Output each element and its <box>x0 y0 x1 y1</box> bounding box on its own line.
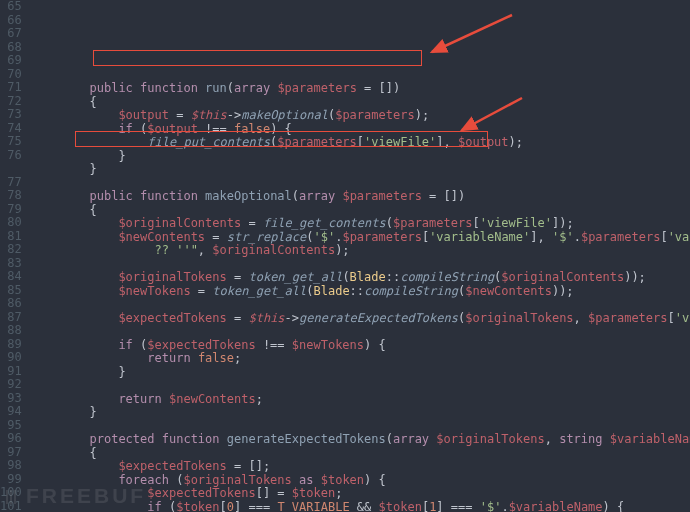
code-line: public function makeOptional(array $para… <box>32 190 690 204</box>
code-line: public function run(array $parameters = … <box>32 82 690 96</box>
line-number: 69 <box>0 54 22 68</box>
code-line <box>32 379 690 393</box>
code-line: { <box>32 96 690 110</box>
line-number: 80 <box>0 216 22 230</box>
line-number: 81 <box>0 230 22 244</box>
code-area[interactable]: public function run(array $parameters = … <box>32 0 690 512</box>
line-number: 77 <box>0 176 22 190</box>
code-line <box>32 298 690 312</box>
highlight-box-1 <box>93 50 422 66</box>
line-number: 85 <box>0 284 22 298</box>
line-number-gutter: 6566676869707172737475767778798081828384… <box>0 0 32 512</box>
line-number: 68 <box>0 41 22 55</box>
code-editor: 6566676869707172737475767778798081828384… <box>0 0 690 512</box>
code-line: } <box>32 406 690 420</box>
code-line: if ($output !== false) { <box>32 123 690 137</box>
code-line: file_put_contents($parameters['viewFile'… <box>32 136 690 150</box>
line-number: 95 <box>0 419 22 433</box>
line-number: 72 <box>0 95 22 109</box>
line-number: 89 <box>0 338 22 352</box>
line-number: 65 <box>0 0 22 14</box>
line-number: 87 <box>0 311 22 325</box>
code-line <box>32 258 690 272</box>
line-number: 84 <box>0 270 22 284</box>
code-line: } <box>32 163 690 177</box>
line-number: 82 <box>0 243 22 257</box>
line-number: 76 <box>0 149 22 163</box>
code-line: $newTokens = token_get_all(Blade::compil… <box>32 285 690 299</box>
code-line: $originalTokens = token_get_all(Blade::c… <box>32 271 690 285</box>
line-number: 78 <box>0 189 22 203</box>
watermark: FREEBUF <box>6 484 146 508</box>
code-line: ?? ''", $originalContents); <box>32 244 690 258</box>
code-line <box>32 177 690 191</box>
line-number: 88 <box>0 324 22 338</box>
line-number: 79 <box>0 203 22 217</box>
line-number: 83 <box>0 257 22 271</box>
line-number: 70 <box>0 68 22 82</box>
code-line: $output = $this->makeOptional($parameter… <box>32 109 690 123</box>
line-number: 66 <box>0 14 22 28</box>
line-number: 73 <box>0 108 22 122</box>
line-number <box>0 162 22 176</box>
code-line <box>32 420 690 434</box>
code-line: { <box>32 204 690 218</box>
code-line: { <box>32 447 690 461</box>
line-number: 92 <box>0 378 22 392</box>
code-line: $newContents = str_replace('$'.$paramete… <box>32 231 690 245</box>
code-line: $expectedTokens = $this->generateExpecte… <box>32 312 690 326</box>
code-line <box>32 325 690 339</box>
line-number: 98 <box>0 459 22 473</box>
code-line: if ($expectedTokens !== $newTokens) { <box>32 339 690 353</box>
line-number: 94 <box>0 405 22 419</box>
code-line: protected function generateExpectedToken… <box>32 433 690 447</box>
line-number: 96 <box>0 432 22 446</box>
line-number: 67 <box>0 27 22 41</box>
line-number: 91 <box>0 365 22 379</box>
code-line: } <box>32 366 690 380</box>
line-number: 97 <box>0 446 22 460</box>
code-line: $expectedTokens = []; <box>32 460 690 474</box>
svg-line-0 <box>432 15 512 52</box>
code-line: return $newContents; <box>32 393 690 407</box>
line-number: 74 <box>0 122 22 136</box>
code-line: } <box>32 150 690 164</box>
code-line: $originalContents = file_get_contents($p… <box>32 217 690 231</box>
line-number: 71 <box>0 81 22 95</box>
line-number: 86 <box>0 297 22 311</box>
code-line: return false; <box>32 352 690 366</box>
line-number: 75 <box>0 135 22 149</box>
line-number: 93 <box>0 392 22 406</box>
line-number: 90 <box>0 351 22 365</box>
